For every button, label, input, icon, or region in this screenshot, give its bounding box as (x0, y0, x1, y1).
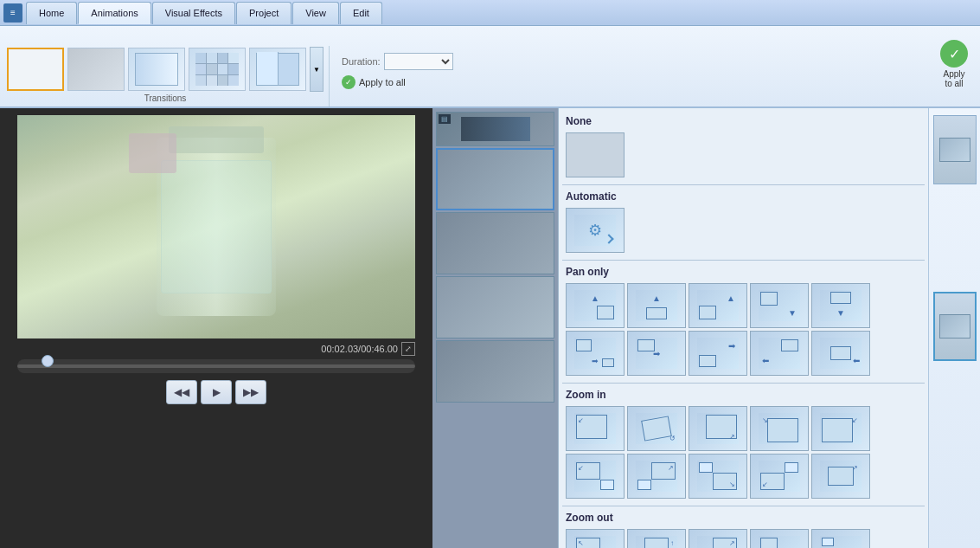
current-time: 00:02.03/00:46.00 (321, 344, 398, 354)
zoom-in-2a[interactable]: ↙ (566, 454, 625, 499)
zoom-out-1[interactable]: ↖ (566, 529, 625, 548)
separator-4 (562, 506, 925, 506)
none-grid (562, 131, 925, 183)
zoom-out-3[interactable]: ↗ (689, 529, 747, 548)
app-icon: ≡ (3, 3, 22, 23)
section-automatic-label: Automatic (562, 187, 925, 206)
transition-4[interactable] (189, 48, 246, 91)
rewind-button[interactable]: ◀◀ (166, 380, 197, 404)
pan-down-right[interactable]: ▼ (750, 283, 809, 328)
section-zoom-in-label: Zoom in (562, 385, 925, 404)
transitions-label: Transitions (144, 92, 187, 106)
tab-home[interactable]: Home (26, 2, 77, 24)
zoom-in-2b[interactable]: ↗ (627, 454, 686, 499)
separator-2 (562, 260, 925, 261)
pan-right[interactable]: ➡ (627, 331, 686, 376)
ribbon-separator-1 (329, 46, 330, 106)
play-button[interactable]: ▶ (201, 380, 232, 404)
apply-all-label: Apply to all (359, 77, 406, 87)
apply-right-button[interactable]: ✓ Applyto all (928, 29, 980, 99)
tab-visual-effects[interactable]: Visual Effects (152, 2, 235, 24)
zoom-out-grid: ↖ ↑ ↗ ⬅ (562, 527, 925, 548)
ribbon: ▼ Transitions Duration: ✓ Apply to all ✓… (0, 26, 980, 108)
pan-up[interactable]: ▲ (627, 283, 686, 328)
tab-project[interactable]: Project (236, 2, 291, 24)
zoom-out-4[interactable]: ⬅ (750, 529, 809, 548)
pan-right-2[interactable]: ➡ (689, 331, 747, 376)
zoom-out-2[interactable]: ↑ (627, 529, 686, 548)
zoom-in-bl[interactable]: ↙ (811, 406, 870, 451)
duration-section: Duration: ✓ Apply to all (342, 53, 453, 106)
transition-none[interactable] (7, 48, 64, 91)
pan-left-2[interactable]: ⬅ (811, 331, 870, 376)
duration-select[interactable] (384, 53, 453, 70)
section-zoom-out-label: Zoom out (562, 508, 925, 527)
duration-row: Duration: (342, 53, 453, 70)
scrubber-thumb[interactable] (42, 355, 54, 367)
fullscreen-button[interactable]: ⤢ (401, 342, 415, 356)
apply-right-label: Applyto all (943, 69, 964, 88)
title-bar: ≡ Home Animations Visual Effects Project… (0, 0, 980, 26)
zoom-in-tl[interactable]: ↙ (566, 406, 625, 451)
zoom-in-2e[interactable]: ↗ (811, 454, 870, 499)
video-frame (17, 115, 415, 338)
duration-label: Duration: (342, 56, 381, 67)
fast-forward-button[interactable]: ▶▶ (235, 380, 266, 404)
auto-grid: ⚙ (562, 206, 925, 258)
transition-2[interactable] (67, 48, 125, 91)
zoom-in-br[interactable]: ↘ (750, 406, 809, 451)
pan-left[interactable]: ⬅ (750, 331, 809, 376)
timeline-item-4[interactable] (436, 276, 554, 338)
apply-check-icon: ✓ (940, 40, 968, 68)
video-preview: 00:02.03/00:46.00 ⤢ ◀◀ ▶ ▶▶ (0, 108, 432, 548)
motion-panel: None Automatic ⚙ Pan only ▲ (558, 108, 928, 548)
apply-all-icon: ✓ (342, 75, 355, 89)
section-pan-label: Pan only (562, 262, 925, 281)
timeline-strip: ▤ (432, 108, 558, 548)
zoom-in-2d[interactable]: ↙ (750, 454, 809, 499)
pan-up-right[interactable]: ▲ (689, 283, 747, 328)
timeline-item-5[interactable] (436, 340, 554, 403)
apply-all-button[interactable]: ✓ Apply to all (342, 75, 453, 89)
timeline-item-3[interactable] (436, 212, 554, 274)
timeline-item-2[interactable] (436, 148, 554, 210)
transition-thumbnails: ▼ (7, 47, 323, 92)
transition-3[interactable] (128, 48, 185, 91)
zoom-in-rotate[interactable]: ↺ (627, 406, 686, 451)
transition-5[interactable] (249, 48, 306, 91)
separator-1 (562, 184, 925, 185)
pan-up-left[interactable]: ▲ (566, 283, 625, 328)
playback-controls: ◀◀ ▶ ▶▶ (166, 380, 266, 404)
separator-3 (562, 383, 925, 384)
pan-down[interactable]: ▼ (811, 283, 870, 328)
video-content (17, 115, 415, 338)
tab-animations[interactable]: Animations (78, 2, 151, 24)
zoom-in-grid: ↙ ↺ ↗ ↘ (562, 404, 925, 504)
none-thumb[interactable] (566, 132, 625, 177)
transitions-section: ▼ Transitions (7, 47, 323, 106)
zoom-out-5[interactable]: ↘ (811, 529, 870, 548)
ribbon-scroll-arrow[interactable]: ▼ (310, 47, 323, 92)
pan-down-left[interactable]: ➡ (566, 331, 625, 376)
auto-thumb[interactable]: ⚙ (566, 208, 625, 253)
apply-far-right-panel (928, 108, 980, 548)
scrubber-track (17, 364, 415, 368)
time-display: 00:02.03/00:46.00 ⤢ (17, 342, 415, 356)
timeline-item-1[interactable]: ▤ (436, 112, 554, 146)
zoom-in-2c[interactable]: ↘ (689, 454, 747, 499)
pan-grid: ▲ ▲ ▲ ▼ (562, 281, 925, 381)
tab-edit[interactable]: Edit (340, 2, 382, 24)
timeline-scrubber[interactable] (17, 359, 415, 373)
main-area: 00:02.03/00:46.00 ⤢ ◀◀ ▶ ▶▶ ▤ (0, 108, 980, 548)
tab-view[interactable]: View (292, 2, 339, 24)
section-none-label: None (562, 112, 925, 131)
zoom-in-tr[interactable]: ↗ (689, 406, 747, 451)
film-icon: ▤ (439, 114, 451, 124)
